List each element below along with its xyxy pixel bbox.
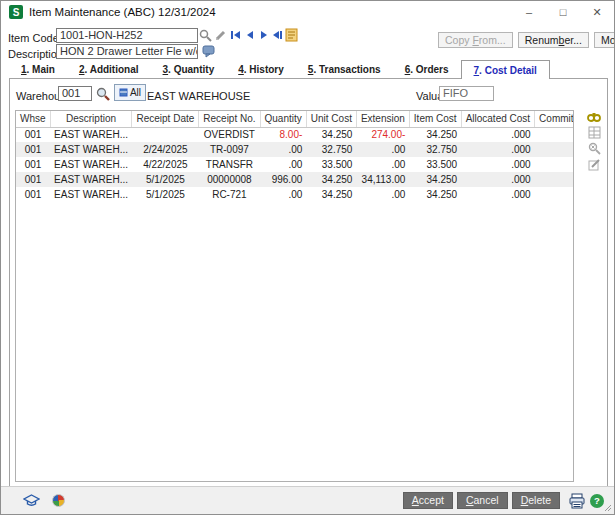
tab-main[interactable]: 1. Main: [9, 60, 67, 78]
tab-additional[interactable]: 2. Additional: [67, 60, 151, 78]
delete-button[interactable]: Delete: [512, 492, 560, 509]
grid-cell[interactable]: .00: [260, 142, 306, 157]
grid-cell[interactable]: 8.00-: [260, 127, 306, 142]
printer-icon[interactable]: [568, 493, 586, 509]
grid-cell[interactable]: 5/1/2025: [132, 172, 199, 187]
memo-icon[interactable]: [285, 28, 298, 42]
renumber-button[interactable]: Renumber...: [518, 32, 589, 48]
grid-cell[interactable]: 32.750: [306, 142, 356, 157]
grid-cell[interactable]: .000: [461, 187, 534, 202]
grid-cell[interactable]: 001: [16, 142, 50, 157]
column-header-whse[interactable]: Whse: [16, 111, 50, 127]
grid-cell[interactable]: 00000008: [199, 172, 260, 187]
accept-button[interactable]: Accept: [403, 492, 453, 509]
grid-cell[interactable]: 001: [16, 157, 50, 172]
grid-cell[interactable]: .00: [356, 157, 409, 172]
grid-cell[interactable]: .00: [260, 157, 306, 172]
grid-cell[interactable]: 2/24/2025: [132, 142, 199, 157]
tab-cost-detail[interactable]: 7. Cost Detail: [461, 60, 550, 79]
grid-cell[interactable]: EAST WAREH...: [50, 172, 132, 187]
resize-grip[interactable]: [603, 503, 612, 512]
grid-cell[interactable]: 001: [16, 187, 50, 202]
grid-cell[interactable]: .00: [535, 127, 574, 142]
next-record-icon[interactable]: [258, 29, 270, 41]
grid-cell[interactable]: 34.250: [409, 127, 461, 142]
column-header-receipt-date[interactable]: Receipt Date: [132, 111, 199, 127]
grid-cell[interactable]: .00: [535, 187, 574, 202]
grid-cell[interactable]: .00: [535, 172, 574, 187]
grid-cell[interactable]: .00: [260, 187, 306, 202]
grid-cell[interactable]: EAST WAREH...: [50, 127, 132, 142]
grid-cell[interactable]: .00: [535, 142, 574, 157]
description-input[interactable]: HON 2 Drawer Letter Fle w/o Lk: [56, 44, 198, 59]
column-header-description[interactable]: Description: [50, 111, 132, 127]
table-row[interactable]: 001EAST WAREH...5/1/2025RC-721.0034.250.…: [16, 187, 574, 202]
column-header-committed[interactable]: Committed: [535, 111, 574, 127]
minimize-button[interactable]: –: [512, 1, 546, 23]
grid-cell[interactable]: OVERDIST: [199, 127, 260, 142]
close-button[interactable]: ✕: [580, 1, 614, 23]
grid-cell[interactable]: .000: [461, 127, 534, 142]
grid-cell[interactable]: 274.00-: [356, 127, 409, 142]
grid-cell[interactable]: [132, 127, 199, 142]
all-warehouses-button[interactable]: All: [114, 84, 146, 101]
warehouse-lookup-magnifier-icon[interactable]: [96, 87, 110, 101]
table-row[interactable]: 001EAST WAREH...2/24/2025TR-0097.0032.75…: [16, 142, 574, 157]
grid-cell[interactable]: 34.250: [409, 172, 461, 187]
item-code-input[interactable]: 1001-HON-H252: [56, 28, 198, 43]
tab-transactions[interactable]: 5. Transactions: [296, 60, 393, 78]
column-header-receipt-no[interactable]: Receipt No.: [199, 111, 260, 127]
grid-cell[interactable]: 33.500: [409, 157, 461, 172]
column-header-quantity[interactable]: Quantity: [260, 111, 306, 127]
grid-cell[interactable]: EAST WAREH...: [50, 157, 132, 172]
grid-cell[interactable]: 34.250: [306, 172, 356, 187]
grid-cell[interactable]: .000: [461, 142, 534, 157]
grid-cell[interactable]: 001: [16, 127, 50, 142]
column-header-extension[interactable]: Extension: [356, 111, 409, 127]
more-button[interactable]: More...: [594, 32, 615, 48]
grid-cell[interactable]: 001: [16, 172, 50, 187]
pie-chart-icon[interactable]: [52, 494, 65, 507]
grid-cell[interactable]: 34.250: [409, 187, 461, 202]
search-binoculars-icon[interactable]: [587, 110, 601, 123]
first-record-icon[interactable]: [230, 29, 242, 41]
column-header-allocated-cost[interactable]: Allocated Cost: [461, 111, 534, 127]
grid-cell[interactable]: .00: [356, 187, 409, 202]
column-header-unit-cost[interactable]: Unit Cost: [306, 111, 356, 127]
cancel-button[interactable]: Cancel: [457, 492, 508, 509]
copy-from-button[interactable]: Copy From...: [438, 32, 513, 48]
previous-record-icon[interactable]: [244, 29, 256, 41]
graduation-cap-icon[interactable]: [23, 494, 40, 508]
grid-cell[interactable]: 34,113.00: [356, 172, 409, 187]
grid-cell[interactable]: TR-0097: [199, 142, 260, 157]
comment-bubble-icon[interactable]: [202, 45, 216, 58]
grid-cell[interactable]: .000: [461, 172, 534, 187]
grid-cell[interactable]: 5/1/2025: [132, 187, 199, 202]
table-row[interactable]: 001EAST WAREH...OVERDIST8.00-34.250274.0…: [16, 127, 574, 142]
column-header-item-cost[interactable]: Item Cost: [409, 111, 461, 127]
grid-cell[interactable]: 34.250: [306, 127, 356, 142]
tab-history[interactable]: 4. History: [226, 60, 296, 78]
tab-orders[interactable]: 6. Orders: [393, 60, 461, 78]
lookup-magnifier-icon[interactable]: [199, 29, 212, 42]
table-row[interactable]: 001EAST WAREH...4/22/2025TRANSFR.0033.50…: [16, 157, 574, 172]
table-row[interactable]: 001EAST WAREH...5/1/202500000008996.0034…: [16, 172, 574, 187]
grid-cell[interactable]: EAST WAREH...: [50, 187, 132, 202]
grid-cell[interactable]: .000: [461, 157, 534, 172]
grid-cell[interactable]: 4/22/2025: [132, 157, 199, 172]
maximize-button[interactable]: □: [546, 1, 580, 23]
grid-cell[interactable]: 32.750: [409, 142, 461, 157]
grid-cell[interactable]: EAST WAREH...: [50, 142, 132, 157]
grid-cell[interactable]: .00: [356, 142, 409, 157]
pencil-icon[interactable]: [214, 29, 227, 42]
warehouse-input[interactable]: 001: [58, 86, 92, 101]
grid-cell[interactable]: TRANSFR: [199, 157, 260, 172]
tab-quantity[interactable]: 3. Quantity: [151, 60, 227, 78]
grid-cell[interactable]: .00: [535, 157, 574, 172]
grid-cell[interactable]: 996.00: [260, 172, 306, 187]
grid-cell[interactable]: 33.500: [306, 157, 356, 172]
grid-cell[interactable]: RC-721: [199, 187, 260, 202]
last-record-icon[interactable]: [271, 29, 283, 41]
help-icon[interactable]: ?: [590, 494, 604, 508]
grid-cell[interactable]: 34.250: [306, 187, 356, 202]
